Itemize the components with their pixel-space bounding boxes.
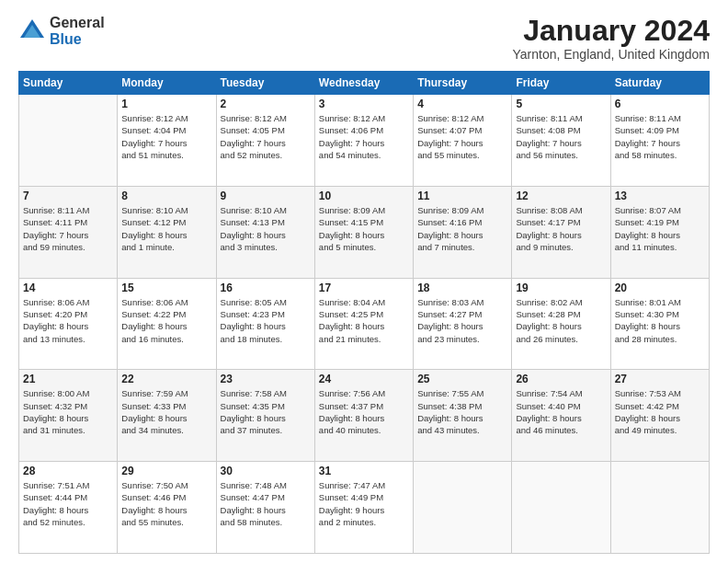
header: General Blue January 2024 Yarnton, Engla… <box>18 15 710 62</box>
day-number: 16 <box>221 282 311 294</box>
month-title: January 2024 <box>512 15 710 47</box>
calendar-cell: 25Sunrise: 7:55 AM Sunset: 4:38 PM Dayli… <box>414 370 512 462</box>
day-info: Sunrise: 7:56 AM Sunset: 4:37 PM Dayligh… <box>319 387 409 436</box>
day-number: 23 <box>221 373 311 385</box>
day-info: Sunrise: 8:12 AM Sunset: 4:07 PM Dayligh… <box>417 112 507 161</box>
calendar-cell: 7Sunrise: 8:11 AM Sunset: 4:11 PM Daylig… <box>19 186 118 278</box>
calendar-cell: 3Sunrise: 8:12 AM Sunset: 4:06 PM Daylig… <box>314 95 413 187</box>
day-info: Sunrise: 7:58 AM Sunset: 4:35 PM Dayligh… <box>221 387 311 436</box>
day-info: Sunrise: 8:07 AM Sunset: 4:19 PM Dayligh… <box>615 204 705 253</box>
calendar-cell: 19Sunrise: 8:02 AM Sunset: 4:28 PM Dayli… <box>512 278 610 370</box>
day-number: 7 <box>23 190 113 202</box>
day-info: Sunrise: 8:04 AM Sunset: 4:25 PM Dayligh… <box>319 296 409 345</box>
day-number: 22 <box>121 373 211 385</box>
calendar-cell: 20Sunrise: 8:01 AM Sunset: 4:30 PM Dayli… <box>610 278 709 370</box>
day-number: 29 <box>121 465 211 477</box>
calendar-cell: 4Sunrise: 8:12 AM Sunset: 4:07 PM Daylig… <box>414 95 512 187</box>
calendar-cell <box>512 462 610 554</box>
calendar-table: Sunday Monday Tuesday Wednesday Thursday… <box>18 71 710 554</box>
day-number: 31 <box>319 465 409 477</box>
calendar-cell: 26Sunrise: 7:54 AM Sunset: 4:40 PM Dayli… <box>512 370 610 462</box>
logo: General Blue <box>18 15 105 47</box>
day-info: Sunrise: 7:50 AM Sunset: 4:46 PM Dayligh… <box>121 479 211 528</box>
calendar-cell: 31Sunrise: 7:47 AM Sunset: 4:49 PM Dayli… <box>314 462 413 554</box>
calendar-cell: 17Sunrise: 8:04 AM Sunset: 4:25 PM Dayli… <box>314 278 413 370</box>
day-info: Sunrise: 8:11 AM Sunset: 4:08 PM Dayligh… <box>516 112 606 161</box>
day-info: Sunrise: 8:12 AM Sunset: 4:04 PM Dayligh… <box>121 112 211 161</box>
calendar-cell: 1Sunrise: 8:12 AM Sunset: 4:04 PM Daylig… <box>118 95 216 187</box>
col-header-saturday: Saturday <box>610 72 709 95</box>
day-info: Sunrise: 7:55 AM Sunset: 4:38 PM Dayligh… <box>417 387 507 436</box>
day-number: 8 <box>121 190 211 202</box>
calendar-cell: 24Sunrise: 7:56 AM Sunset: 4:37 PM Dayli… <box>314 370 413 462</box>
calendar-cell <box>19 95 118 187</box>
calendar-cell: 29Sunrise: 7:50 AM Sunset: 4:46 PM Dayli… <box>118 462 216 554</box>
calendar-cell <box>414 462 512 554</box>
day-number: 20 <box>615 282 705 294</box>
day-number: 5 <box>516 98 606 110</box>
logo-general-text: General <box>50 15 105 31</box>
calendar-week-row-4: 21Sunrise: 8:00 AM Sunset: 4:32 PM Dayli… <box>19 370 710 462</box>
col-header-thursday: Thursday <box>414 72 512 95</box>
day-info: Sunrise: 7:48 AM Sunset: 4:47 PM Dayligh… <box>221 479 311 528</box>
day-number: 1 <box>121 98 211 110</box>
day-info: Sunrise: 8:09 AM Sunset: 4:16 PM Dayligh… <box>417 204 507 253</box>
title-block: January 2024 Yarnton, England, United Ki… <box>512 15 710 62</box>
day-number: 2 <box>221 98 311 110</box>
calendar-cell: 12Sunrise: 8:08 AM Sunset: 4:17 PM Dayli… <box>512 186 610 278</box>
day-info: Sunrise: 8:06 AM Sunset: 4:20 PM Dayligh… <box>23 296 113 345</box>
calendar-cell <box>610 462 709 554</box>
page: General Blue January 2024 Yarnton, Engla… <box>0 0 728 563</box>
day-number: 19 <box>516 282 606 294</box>
day-number: 25 <box>417 373 507 385</box>
day-info: Sunrise: 7:59 AM Sunset: 4:33 PM Dayligh… <box>121 387 211 436</box>
day-number: 18 <box>417 282 507 294</box>
calendar-cell: 9Sunrise: 8:10 AM Sunset: 4:13 PM Daylig… <box>216 186 314 278</box>
day-info: Sunrise: 8:11 AM Sunset: 4:09 PM Dayligh… <box>615 112 705 161</box>
calendar-cell: 15Sunrise: 8:06 AM Sunset: 4:22 PM Dayli… <box>118 278 216 370</box>
day-number: 24 <box>319 373 409 385</box>
day-info: Sunrise: 8:05 AM Sunset: 4:23 PM Dayligh… <box>221 296 311 345</box>
day-number: 10 <box>319 190 409 202</box>
col-header-wednesday: Wednesday <box>314 72 413 95</box>
col-header-friday: Friday <box>512 72 610 95</box>
day-info: Sunrise: 8:10 AM Sunset: 4:12 PM Dayligh… <box>121 204 211 253</box>
calendar-cell: 22Sunrise: 7:59 AM Sunset: 4:33 PM Dayli… <box>118 370 216 462</box>
calendar-cell: 5Sunrise: 8:11 AM Sunset: 4:08 PM Daylig… <box>512 95 610 187</box>
day-info: Sunrise: 8:09 AM Sunset: 4:15 PM Dayligh… <box>319 204 409 253</box>
day-info: Sunrise: 7:47 AM Sunset: 4:49 PM Dayligh… <box>319 479 409 528</box>
calendar-cell: 23Sunrise: 7:58 AM Sunset: 4:35 PM Dayli… <box>216 370 314 462</box>
day-info: Sunrise: 8:06 AM Sunset: 4:22 PM Dayligh… <box>121 296 211 345</box>
day-info: Sunrise: 7:51 AM Sunset: 4:44 PM Dayligh… <box>23 479 113 528</box>
day-info: Sunrise: 7:54 AM Sunset: 4:40 PM Dayligh… <box>516 387 606 436</box>
calendar-cell: 2Sunrise: 8:12 AM Sunset: 4:05 PM Daylig… <box>216 95 314 187</box>
day-number: 6 <box>615 98 705 110</box>
calendar-cell: 21Sunrise: 8:00 AM Sunset: 4:32 PM Dayli… <box>19 370 118 462</box>
day-info: Sunrise: 8:12 AM Sunset: 4:05 PM Dayligh… <box>221 112 311 161</box>
calendar-week-row-5: 28Sunrise: 7:51 AM Sunset: 4:44 PM Dayli… <box>19 462 710 554</box>
day-info: Sunrise: 8:00 AM Sunset: 4:32 PM Dayligh… <box>23 387 113 436</box>
day-info: Sunrise: 8:11 AM Sunset: 4:11 PM Dayligh… <box>23 204 113 253</box>
day-info: Sunrise: 8:01 AM Sunset: 4:30 PM Dayligh… <box>615 296 705 345</box>
location: Yarnton, England, United Kingdom <box>512 47 710 62</box>
calendar-cell: 11Sunrise: 8:09 AM Sunset: 4:16 PM Dayli… <box>414 186 512 278</box>
day-number: 30 <box>221 465 311 477</box>
day-number: 11 <box>417 190 507 202</box>
day-number: 17 <box>319 282 409 294</box>
calendar-cell: 6Sunrise: 8:11 AM Sunset: 4:09 PM Daylig… <box>610 95 709 187</box>
day-info: Sunrise: 8:03 AM Sunset: 4:27 PM Dayligh… <box>417 296 507 345</box>
day-number: 21 <box>23 373 113 385</box>
day-info: Sunrise: 7:53 AM Sunset: 4:42 PM Dayligh… <box>615 387 705 436</box>
calendar-cell: 13Sunrise: 8:07 AM Sunset: 4:19 PM Dayli… <box>610 186 709 278</box>
calendar-cell: 16Sunrise: 8:05 AM Sunset: 4:23 PM Dayli… <box>216 278 314 370</box>
day-number: 26 <box>516 373 606 385</box>
calendar-week-row-3: 14Sunrise: 8:06 AM Sunset: 4:20 PM Dayli… <box>19 278 710 370</box>
calendar-cell: 14Sunrise: 8:06 AM Sunset: 4:20 PM Dayli… <box>19 278 118 370</box>
day-info: Sunrise: 8:08 AM Sunset: 4:17 PM Dayligh… <box>516 204 606 253</box>
day-number: 3 <box>319 98 409 110</box>
calendar-week-row-1: 1Sunrise: 8:12 AM Sunset: 4:04 PM Daylig… <box>19 95 710 187</box>
calendar-cell: 30Sunrise: 7:48 AM Sunset: 4:47 PM Dayli… <box>216 462 314 554</box>
day-number: 15 <box>121 282 211 294</box>
calendar-cell: 18Sunrise: 8:03 AM Sunset: 4:27 PM Dayli… <box>414 278 512 370</box>
day-number: 28 <box>23 465 113 477</box>
